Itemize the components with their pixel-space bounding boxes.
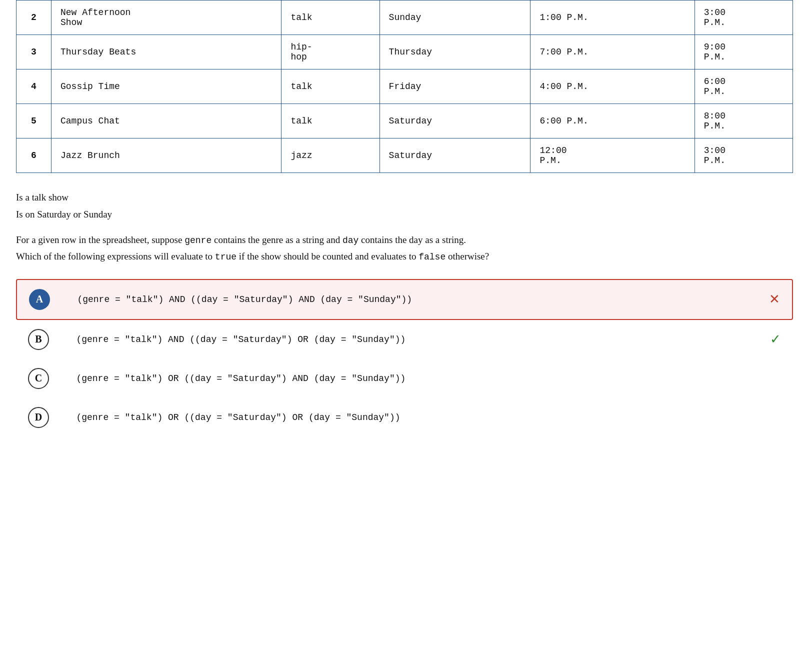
option-code-b: (genre = "talk") AND ((day = "Saturday")… <box>60 334 763 344</box>
show-start: 1:00 P.M. <box>530 0 694 35</box>
question-body: For a given row in the spreadsheet, supp… <box>16 232 793 264</box>
table-row: 2 New AfternoonShow talk Sunday 1:00 P.M… <box>16 0 793 35</box>
option-row-d[interactable]: D (genre = "talk") OR ((day = "Saturday"… <box>16 398 793 437</box>
show-genre: jazz <box>282 138 380 173</box>
show-name: Campus Chat <box>52 104 282 138</box>
show-day: Thursday <box>380 35 530 70</box>
false-val: false <box>418 252 446 262</box>
row-num: 6 <box>16 138 52 173</box>
shows-table: 2 New AfternoonShow talk Sunday 1:00 P.M… <box>16 0 793 173</box>
genre-var: genre <box>184 236 212 246</box>
question-full: For a given row in the spreadsheet, supp… <box>16 232 793 264</box>
show-start: 4:00 P.M. <box>530 70 694 104</box>
option-code-d: (genre = "talk") OR ((day = "Saturday") … <box>60 412 763 422</box>
show-name: Jazz Brunch <box>52 138 282 173</box>
show-day: Saturday <box>380 138 530 173</box>
correct-icon: ✓ <box>763 332 781 347</box>
show-name: New AfternoonShow <box>52 0 282 35</box>
wrong-icon: ✕ <box>762 292 780 307</box>
option-letter-d: D <box>28 407 49 428</box>
row-num: 2 <box>16 0 52 35</box>
show-genre: hip-hop <box>282 35 380 70</box>
show-end: 8:00P.M. <box>694 104 792 138</box>
row-num: 5 <box>16 104 52 138</box>
show-start: 6:00 P.M. <box>530 104 694 138</box>
show-end: 3:00P.M. <box>694 0 792 35</box>
criterion-1: Is a talk show <box>16 189 793 206</box>
option-box-b[interactable]: B (genre = "talk") AND ((day = "Saturday… <box>16 320 793 359</box>
show-genre: talk <box>282 0 380 35</box>
option-box-a[interactable]: A (genre = "talk") AND ((day = "Saturday… <box>16 279 793 320</box>
table-row: 5 Campus Chat talk Saturday 6:00 P.M. 8:… <box>16 104 793 138</box>
show-name: Thursday Beats <box>52 35 282 70</box>
option-letter-b: B <box>28 329 49 350</box>
show-end: 6:00P.M. <box>694 70 792 104</box>
show-day: Saturday <box>380 104 530 138</box>
show-start: 12:00P.M. <box>530 138 694 173</box>
day-var: day <box>342 236 358 246</box>
option-row-c[interactable]: C (genre = "talk") OR ((day = "Saturday"… <box>16 359 793 398</box>
criterion-2: Is on Saturday or Sunday <box>16 206 793 223</box>
table-row: 4 Gossip Time talk Friday 4:00 P.M. 6:00… <box>16 70 793 104</box>
show-genre: talk <box>282 70 380 104</box>
table-row: 6 Jazz Brunch jazz Saturday 12:00P.M. 3:… <box>16 138 793 173</box>
criteria-list: Is a talk show Is on Saturday or Sunday <box>16 189 793 223</box>
option-box-d[interactable]: D (genre = "talk") OR ((day = "Saturday"… <box>16 398 793 437</box>
option-row-a[interactable]: A (genre = "talk") AND ((day = "Saturday… <box>16 279 793 320</box>
show-day: Sunday <box>380 0 530 35</box>
show-end: 9:00P.M. <box>694 35 792 70</box>
row-num: 3 <box>16 35 52 70</box>
option-code-a: (genre = "talk") AND ((day = "Saturday")… <box>61 294 762 304</box>
true-val: true <box>215 252 236 262</box>
show-day: Friday <box>380 70 530 104</box>
option-box-c[interactable]: C (genre = "talk") OR ((day = "Saturday"… <box>16 359 793 398</box>
show-genre: talk <box>282 104 380 138</box>
option-code-c: (genre = "talk") OR ((day = "Saturday") … <box>60 374 763 384</box>
table-row: 3 Thursday Beats hip-hop Thursday 7:00 P… <box>16 35 793 70</box>
options-section: A (genre = "talk") AND ((day = "Saturday… <box>16 279 793 437</box>
show-name: Gossip Time <box>52 70 282 104</box>
row-num: 4 <box>16 70 52 104</box>
show-start: 7:00 P.M. <box>530 35 694 70</box>
option-letter-a: A <box>29 289 50 310</box>
option-row-b[interactable]: B (genre = "talk") AND ((day = "Saturday… <box>16 320 793 359</box>
option-letter-c: C <box>28 368 49 389</box>
show-end: 3:00P.M. <box>694 138 792 173</box>
